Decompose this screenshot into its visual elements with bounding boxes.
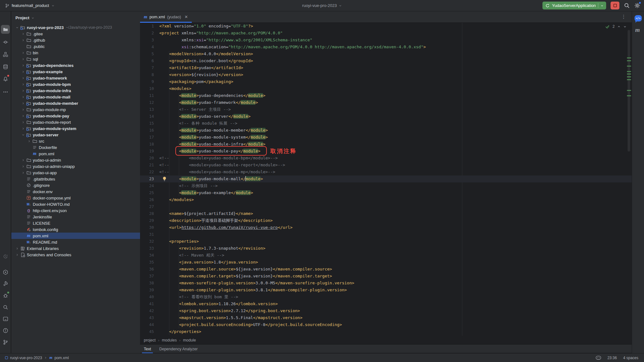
code-line-29[interactable]: 29 <description>芋道项目基础脚手架</description> bbox=[140, 217, 632, 224]
line-number[interactable]: 22 bbox=[140, 169, 159, 175]
line-number[interactable]: 34 bbox=[140, 252, 159, 259]
line-number[interactable]: 11 bbox=[140, 92, 159, 99]
line-number[interactable]: 41 bbox=[140, 300, 159, 307]
code-line-44[interactable]: 44 <project.build.sourceEncoding>UTF-8</… bbox=[140, 321, 632, 328]
code-line-25[interactable]: 25 <module>yudao-example</module> bbox=[140, 189, 632, 196]
tree-item-lombok-config[interactable]: lombok.config bbox=[11, 226, 140, 233]
line-number[interactable]: 14 bbox=[140, 113, 159, 120]
line-number[interactable]: 27 bbox=[140, 203, 159, 210]
code-line-33[interactable]: 33 <revision>1.7.3-snapshot</revision> bbox=[140, 245, 632, 252]
code-line-34[interactable]: 34 <!-- Maven 相关 --> bbox=[140, 252, 632, 259]
code-line-10[interactable]: 10 <modules> bbox=[140, 85, 632, 92]
line-number[interactable]: 17 bbox=[140, 134, 159, 141]
tree-item--gitignore[interactable]: .gitignore bbox=[11, 182, 140, 188]
line-number[interactable]: 9 bbox=[140, 78, 159, 85]
prev-problem-chevron-icon[interactable] bbox=[617, 25, 621, 28]
line-number[interactable]: 8 bbox=[140, 71, 159, 78]
line-number[interactable]: 6 bbox=[140, 57, 159, 64]
chevron-down-icon[interactable] bbox=[16, 26, 19, 29]
code-line-31[interactable]: 31 bbox=[140, 231, 632, 238]
tab-options-kebab-icon[interactable]: ⋮ bbox=[621, 14, 626, 20]
line-number[interactable]: 35 bbox=[140, 259, 159, 266]
code-line-32[interactable]: 32 <properties> bbox=[140, 238, 632, 245]
code-line-21[interactable]: 21<!-- <module>yudao-module-report</modu… bbox=[140, 162, 632, 169]
chevron-right-icon[interactable] bbox=[22, 115, 25, 117]
tree-item-yudao-server[interactable]: yudao-server bbox=[11, 132, 140, 138]
line-number[interactable]: 44 bbox=[140, 321, 159, 328]
commit-tool-button[interactable] bbox=[1, 38, 10, 46]
chevron-right-icon[interactable] bbox=[22, 83, 25, 86]
code-editor[interactable]: 1<?xml version="1.0" encoding="UTF-8"?>2… bbox=[140, 23, 632, 336]
chevron-right-icon[interactable] bbox=[16, 253, 19, 256]
tree-item-docker-env[interactable]: docker.env bbox=[11, 188, 140, 195]
caret-position-widget[interactable]: 23:36 bbox=[607, 356, 617, 360]
tree-item-http-client-env-json[interactable]: {}http-client.env.json bbox=[11, 207, 140, 214]
code-line-14[interactable]: 14 <module>yudao-server</module> bbox=[140, 113, 632, 120]
stop-button[interactable] bbox=[611, 2, 619, 9]
terminal-tool-button[interactable] bbox=[1, 314, 10, 323]
code-line-17[interactable]: 17 <module>yudao-module-system</module> bbox=[140, 134, 632, 141]
chevron-right-icon[interactable] bbox=[22, 171, 25, 174]
code-line-4[interactable]: 4 xsi:schemaLocation="http://maven.apach… bbox=[140, 44, 632, 50]
code-line-23[interactable]: 23 <module>yudao-module-mall</module> bbox=[140, 175, 632, 182]
tab-close-icon[interactable]: ✕ bbox=[184, 15, 188, 19]
code-line-24[interactable]: 24 <!-- 示例项目 --> bbox=[140, 182, 632, 189]
code-line-13[interactable]: 13 <!-- Server 主项目 --> bbox=[140, 106, 632, 113]
tree-item-pom-xml[interactable]: mpom.xml bbox=[11, 233, 140, 239]
line-number[interactable]: 45 bbox=[140, 328, 159, 335]
project-tool-button[interactable] bbox=[1, 25, 10, 34]
line-number[interactable]: 7 bbox=[140, 64, 159, 71]
tab-text[interactable]: Text bbox=[144, 345, 151, 353]
chevron-right-icon[interactable] bbox=[22, 121, 25, 124]
breadcrumb-modules[interactable]: modules bbox=[162, 338, 177, 342]
line-number[interactable]: 28 bbox=[140, 210, 159, 217]
next-problem-chevron-icon[interactable] bbox=[623, 25, 627, 28]
code-line-27[interactable]: 27 bbox=[140, 203, 632, 210]
code-line-5[interactable]: 5 <modelVersion>4.0.0</modelVersion> bbox=[140, 50, 632, 57]
line-number[interactable]: 36 bbox=[140, 266, 159, 273]
chevron-right-icon[interactable] bbox=[22, 96, 25, 98]
notifications-tool-button[interactable] bbox=[1, 74, 10, 83]
line-number[interactable]: 33 bbox=[140, 245, 159, 252]
line-number[interactable]: 38 bbox=[140, 280, 159, 287]
line-number[interactable]: 5 bbox=[140, 50, 159, 57]
line-number[interactable]: 12 bbox=[140, 99, 159, 106]
code-line-20[interactable]: 20<!-- <module>yudao-module-bpm</module>… bbox=[140, 155, 632, 162]
tree-item--github[interactable]: .github bbox=[11, 37, 140, 43]
code-line-42[interactable]: 42 <spring.boot.version>2.7.12</spring.b… bbox=[140, 307, 632, 314]
code-line-45[interactable]: 45 </properties> bbox=[140, 328, 632, 335]
line-number[interactable]: 3 bbox=[140, 37, 159, 44]
code-line-12[interactable]: 12 <module>yudao-framework</module> bbox=[140, 99, 632, 106]
chevron-right-icon[interactable] bbox=[22, 70, 25, 73]
tree-item-sql[interactable]: sql bbox=[11, 56, 140, 62]
tree-item-yudao-module-infra[interactable]: yudao-module-infra bbox=[11, 87, 140, 94]
tree-item-ruoyi-vue-pro-2023[interactable]: ruoyi-vue-pro-2023~/Java/ruoyi-vue-pro-2… bbox=[11, 24, 140, 31]
line-number[interactable]: 4 bbox=[140, 44, 159, 50]
line-number[interactable]: 1 bbox=[140, 23, 159, 30]
chevron-right-icon[interactable] bbox=[22, 64, 25, 67]
tree-item-license[interactable]: LICENSE bbox=[11, 220, 140, 226]
editor-tab-pom-xml[interactable]: m pom.xml (yudao) ✕ bbox=[140, 11, 192, 23]
tree-item-yudao-dependencies[interactable]: yudao-dependencies bbox=[11, 62, 140, 68]
tree-item-docker-howto-md[interactable]: M↓Docker-HOWTO.md bbox=[11, 201, 140, 207]
line-number[interactable]: 18 bbox=[140, 141, 159, 148]
line-number[interactable]: 16 bbox=[140, 127, 159, 134]
settings-button[interactable] bbox=[634, 3, 640, 9]
version-control-tool-button[interactable] bbox=[1, 338, 10, 347]
tree-item-pom-xml[interactable]: mpom.xml bbox=[11, 151, 140, 157]
code-line-41[interactable]: 41 <lombok.version>1.18.26</lombok.versi… bbox=[140, 300, 632, 307]
maven-tool-button[interactable]: m bbox=[635, 27, 640, 33]
problems-tool-button[interactable] bbox=[1, 326, 10, 335]
line-number[interactable]: 40 bbox=[140, 294, 159, 300]
code-line-22[interactable]: 22<!-- <module>yudao-module-mp</module>-… bbox=[140, 169, 632, 175]
line-number[interactable]: 30 bbox=[140, 224, 159, 231]
code-line-8[interactable]: 8 <version>${revision}</version> bbox=[140, 71, 632, 78]
indent-widget[interactable]: 4 spaces bbox=[623, 356, 638, 360]
ai-assistant-icon[interactable]: </> bbox=[635, 15, 642, 21]
code-line-3[interactable]: 3 xmlns:xsi="http://www.w3.org/2001/XMLS… bbox=[140, 37, 632, 44]
code-line-38[interactable]: 38 <maven-surefire-plugin.version>3.0.0-… bbox=[140, 280, 632, 287]
tree-item-yudao-framework[interactable]: yudao-framework bbox=[11, 75, 140, 81]
line-number[interactable]: 13 bbox=[140, 106, 159, 113]
history-tool-button[interactable] bbox=[1, 252, 10, 261]
project-panel-header[interactable]: Project bbox=[11, 11, 140, 24]
